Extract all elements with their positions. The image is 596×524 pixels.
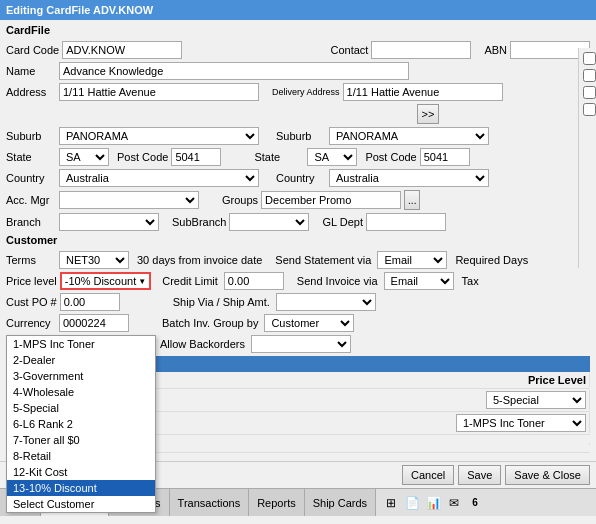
delivery-post-code-label: Post Code (365, 151, 416, 163)
acc-groups-row: Acc. Mgr Groups ... (6, 190, 590, 210)
post-code-input[interactable] (171, 148, 221, 166)
dropdown-item-8[interactable]: 12-Kit Cost (7, 464, 155, 480)
cardfile-row: CardFile (6, 24, 590, 38)
tab-reports-label: Reports (257, 497, 296, 509)
ship-via-select[interactable] (276, 293, 376, 311)
checkbox-u: U (581, 68, 594, 83)
state-select[interactable]: SA (59, 148, 109, 166)
delivery-country-label: Country (276, 172, 326, 184)
tab-ship-cards-label: Ship Cards (313, 497, 367, 509)
delivery-country-select[interactable]: Australia (329, 169, 489, 187)
checkbox-p: P (581, 85, 594, 100)
name-row: Name (6, 62, 590, 80)
dropdown-item-3[interactable]: 4-Wholesale (7, 384, 155, 400)
address-label: Address (6, 86, 56, 98)
tab-icon-mail[interactable]: ✉ (445, 494, 463, 512)
gl-dept-input[interactable] (366, 213, 446, 231)
dropdown-item-2[interactable]: 3-Government (7, 368, 155, 384)
arrow-row: >> (266, 104, 590, 124)
checkbox-c: C (581, 51, 594, 66)
send-statement-select[interactable]: Email (377, 251, 447, 269)
tab-ship-cards[interactable]: Ship Cards (305, 489, 376, 517)
tab-icons-area: ⊞ 📄 📊 ✉ 6 (376, 494, 490, 512)
allow-backorders-label: Allow Backorders (160, 338, 245, 350)
price-level-col-header: Price Level (138, 373, 590, 387)
checkbox-p-input[interactable] (583, 86, 596, 99)
tab-icon-grid[interactable]: ⊞ (382, 494, 400, 512)
checkbox-c-input[interactable] (583, 52, 596, 65)
country-row: Country Australia Country Australia (6, 169, 590, 187)
checkbox-u-input[interactable] (583, 69, 596, 82)
subbranch-label: SubBranch (172, 216, 226, 228)
abn-label: ABN (484, 44, 507, 56)
batch-inv-select[interactable]: Customer (264, 314, 354, 332)
checkbox-area: C U P S (578, 48, 596, 268)
cust-po-input[interactable] (60, 293, 120, 311)
send-invoice-select[interactable]: Email (384, 272, 454, 290)
allow-backorders-select[interactable] (251, 335, 351, 353)
tab-icon-count: 6 (466, 494, 484, 512)
currency-input[interactable] (59, 314, 129, 332)
suburb-row: Suburb PANORAMA Suburb PANORAMA (6, 127, 590, 145)
terms-row: Terms NET30 30 days from invoice date Se… (6, 251, 590, 269)
copy-address-btn[interactable]: >> (417, 104, 440, 124)
packs-pl-select[interactable]: 1-MPS Inc Toner (456, 414, 586, 432)
tab-transactions-label: Transactions (178, 497, 241, 509)
cust-po-row: Cust PO # Ship Via / Ship Amt. (6, 293, 590, 311)
delivery-post-code-input[interactable] (420, 148, 470, 166)
terms-select[interactable]: NET30 (59, 251, 129, 269)
price-level-dropdown-btn[interactable]: -10% Discount ▼ (60, 272, 151, 290)
delivery-address-input[interactable] (343, 83, 503, 101)
cancel-button[interactable]: Cancel (402, 465, 454, 485)
dropdown-item-4[interactable]: 5-Special (7, 400, 155, 416)
groups-input[interactable] (261, 191, 401, 209)
dropdown-item-1[interactable]: 2-Dealer (7, 352, 155, 368)
card-code-input[interactable] (62, 41, 182, 59)
save-button[interactable]: Save (458, 465, 501, 485)
currency-row: Currency Batch Inv. Group by Customer (6, 314, 590, 332)
terms-desc: 30 days from invoice date (137, 254, 262, 266)
save-close-button[interactable]: Save & Close (505, 465, 590, 485)
credit-limit-input[interactable] (224, 272, 284, 290)
dropdown-item-10[interactable]: Select Customer (7, 496, 155, 512)
delivery-state-label: State (254, 151, 304, 163)
branch-row: Branch SubBranch GL Dept (6, 213, 590, 231)
delivery-suburb-select[interactable]: PANORAMA (329, 127, 489, 145)
groups-label: Groups (222, 194, 258, 206)
card-code-row: Card Code Contact ABN (6, 41, 590, 59)
card-code-label: Card Code (6, 44, 59, 56)
address-input[interactable] (59, 83, 259, 101)
groups-btn[interactable]: ... (404, 190, 420, 210)
acc-mgr-label: Acc. Mgr (6, 194, 56, 206)
suburb-label: Suburb (6, 130, 56, 142)
contact-input[interactable] (371, 41, 471, 59)
checkbox-s-input[interactable] (583, 103, 596, 116)
price-level-value: -10% Discount (65, 275, 137, 287)
suburb-select[interactable]: PANORAMA (59, 127, 259, 145)
dropdown-item-0[interactable]: 1-MPS Inc Toner (7, 336, 155, 352)
tab-icon-doc[interactable]: 📄 (403, 494, 421, 512)
branch-select[interactable] (59, 213, 159, 231)
price-level-arrow-icon: ▼ (138, 277, 146, 286)
tab-reports[interactable]: Reports (249, 489, 305, 517)
tab-icon-chart[interactable]: 📊 (424, 494, 442, 512)
tab-count-badge: 6 (472, 497, 478, 508)
post-code-label: Post Code (117, 151, 168, 163)
stock-price-pl-select[interactable]: 5-Special (486, 391, 586, 409)
name-input[interactable] (59, 62, 409, 80)
cust-po-label: Cust PO # (6, 296, 57, 308)
dropdown-item-7[interactable]: 8-Retail (7, 448, 155, 464)
dropdown-item-6[interactable]: 7-Toner all $0 (7, 432, 155, 448)
ship-via-label: Ship Via / Ship Amt. (173, 296, 270, 308)
contact-label: Contact (330, 44, 368, 56)
dropdown-item-5[interactable]: 6-L6 Rank 2 (7, 416, 155, 432)
country-select[interactable]: Australia (59, 169, 259, 187)
dropdown-item-9[interactable]: 13-10% Discount (7, 480, 155, 496)
acc-mgr-select[interactable] (59, 191, 199, 209)
delivery-suburb-label: Suburb (276, 130, 326, 142)
price-level-label: Price level (6, 275, 57, 287)
subbranch-select[interactable] (229, 213, 309, 231)
gl-dept-label: GL Dept (322, 216, 363, 228)
tab-transactions[interactable]: Transactions (170, 489, 250, 517)
delivery-state-select[interactable]: SA (307, 148, 357, 166)
